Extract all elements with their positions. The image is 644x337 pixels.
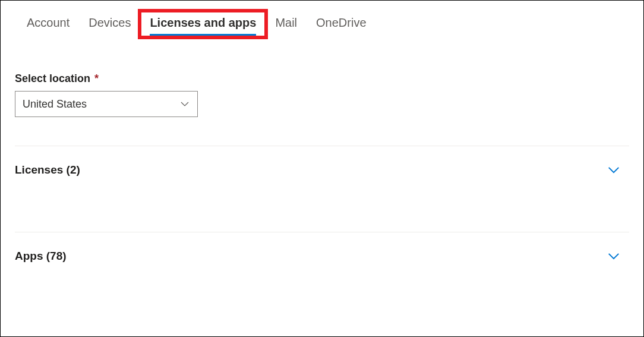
section-apps-title: Apps (78) — [15, 250, 67, 263]
select-location-value: United States — [23, 98, 179, 111]
chevron-down-icon — [607, 163, 621, 177]
section-licenses[interactable]: Licenses (2) — [15, 146, 629, 177]
chevron-down-icon — [179, 99, 190, 109]
tab-content: Select location * United States Licenses… — [1, 37, 643, 263]
select-location-dropdown[interactable]: United States — [15, 91, 198, 117]
required-asterisk: * — [94, 73, 99, 84]
section-apps[interactable]: Apps (78) — [15, 232, 629, 263]
tab-onedrive[interactable]: OneDrive — [307, 11, 375, 37]
tab-devices[interactable]: Devices — [79, 11, 140, 37]
tab-account[interactable]: Account — [17, 11, 79, 37]
select-location-label-text: Select location — [15, 73, 90, 84]
section-licenses-title: Licenses (2) — [15, 163, 80, 177]
tab-bar: Account Devices Licenses and apps Mail O… — [1, 1, 643, 37]
select-location-label: Select location * — [15, 73, 629, 85]
chevron-down-icon — [607, 249, 621, 263]
tab-mail[interactable]: Mail — [266, 11, 307, 37]
tab-licenses-and-apps[interactable]: Licenses and apps — [140, 11, 266, 37]
